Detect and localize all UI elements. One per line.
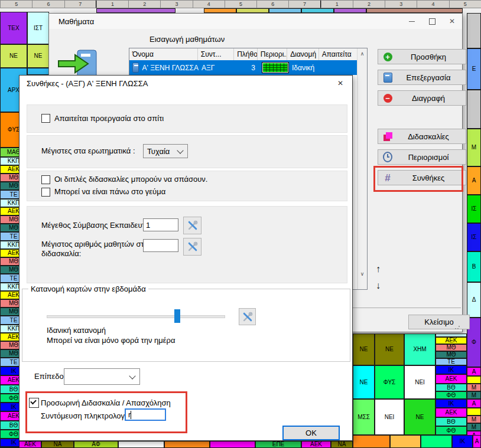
timetable-cell[interactable]: ΜΣΣ bbox=[353, 399, 375, 435]
close-window-button[interactable]: ✕ bbox=[442, 14, 462, 29]
timetable-cell[interactable] bbox=[467, 376, 481, 384]
timetable-cell[interactable]: ΑΕΚ bbox=[301, 441, 331, 448]
timetable-cell[interactable]: ΝΕ bbox=[353, 365, 375, 399]
temporary-checkbox[interactable] bbox=[29, 398, 39, 408]
scroll-down-icon[interactable]: ∨ bbox=[358, 269, 367, 279]
scroll-up-icon[interactable]: ∧ bbox=[358, 48, 367, 58]
timetable-cell[interactable]: ΦΥΣ bbox=[375, 365, 404, 399]
column-header[interactable]: Συντ... bbox=[198, 48, 234, 60]
column-header[interactable]: Πλήθος bbox=[234, 48, 258, 60]
minimize-button[interactable] bbox=[402, 14, 422, 29]
column-header[interactable]: Περιορι... bbox=[258, 48, 287, 60]
edit-lesson-button[interactable]: Επεξεργασία bbox=[378, 70, 466, 85]
timetable-cell[interactable]: ΑΦ bbox=[74, 441, 118, 448]
timetable-cell[interactable] bbox=[353, 435, 390, 448]
timetable-cell[interactable]: ΦΘ bbox=[436, 426, 467, 435]
timetable-cell[interactable]: Α bbox=[467, 367, 481, 376]
timetable-cell[interactable]: ΝΕΙ bbox=[375, 399, 404, 435]
timetable-cell[interactable]: ΝΕ bbox=[375, 333, 404, 365]
timetable-cell[interactable]: ΧΗΜ bbox=[404, 333, 436, 365]
move-up-button[interactable]: ↑ bbox=[376, 264, 381, 274]
timetable-cell[interactable]: ΒΘ bbox=[436, 384, 467, 391]
timetable-cell[interactable]: ΝΕΙ bbox=[404, 365, 436, 399]
column-header[interactable]: Διανομή bbox=[287, 48, 318, 60]
timetable-cell[interactable]: Α bbox=[467, 399, 481, 408]
timetable-cell[interactable] bbox=[390, 435, 421, 448]
timetable-cell[interactable]: ΑΕΚ bbox=[436, 408, 467, 417]
delete-lesson-button[interactable]: − Διαγραφή bbox=[378, 90, 466, 106]
move-down-button[interactable]: ↓ bbox=[376, 280, 381, 291]
timetable-cell[interactable]: ΑΕΚ bbox=[436, 337, 467, 344]
timetable-cell[interactable] bbox=[204, 8, 236, 13]
timetable-cell[interactable]: Β bbox=[467, 251, 481, 282]
close-dialog-button[interactable]: ✕ bbox=[329, 76, 352, 91]
list-scrollbar[interactable]: ∧ ∨ bbox=[357, 48, 367, 289]
timetable-cell[interactable]: Α bbox=[467, 166, 481, 195]
timetable-cell[interactable] bbox=[366, 8, 463, 13]
timetable-cell[interactable]: ΙΣΤ bbox=[27, 12, 49, 44]
timetable-cell[interactable]: Μ bbox=[467, 384, 481, 391]
timetable-cell[interactable] bbox=[301, 8, 334, 13]
timetable-cell[interactable]: ΑΕΚ bbox=[19, 441, 41, 448]
max-questions-dropdown[interactable]: Τυχαία bbox=[143, 144, 188, 158]
timetable-cell[interactable]: Α bbox=[473, 435, 481, 448]
ok-button[interactable]: OK bbox=[282, 426, 340, 440]
double-break-checkbox[interactable] bbox=[41, 175, 50, 184]
timetable-cell[interactable] bbox=[467, 13, 481, 48]
level-dropdown[interactable] bbox=[64, 368, 140, 385]
timetable-cell[interactable]: ΙΚ bbox=[436, 365, 467, 374]
timetable-cell[interactable]: ΒΘ bbox=[436, 417, 467, 426]
timetable-cell[interactable] bbox=[269, 8, 301, 13]
timetable-cell[interactable] bbox=[467, 408, 481, 416]
timetable-cell[interactable] bbox=[210, 441, 255, 448]
timetable-cell[interactable]: Ε bbox=[467, 48, 481, 90]
timetable-cell[interactable]: ΙΚ bbox=[436, 399, 467, 408]
timetable-cell[interactable]: ΦΘ bbox=[436, 391, 467, 399]
maximize-button[interactable] bbox=[422, 14, 442, 29]
timetable-cell[interactable]: Δ bbox=[467, 282, 481, 318]
timetable-cell[interactable]: ΤΕ bbox=[436, 358, 467, 365]
timetable-cell[interactable] bbox=[118, 441, 164, 448]
close-lessons-button[interactable]: Κλείσιμο bbox=[408, 315, 470, 329]
resize-grip[interactable] bbox=[454, 324, 460, 330]
distribution-tools-button[interactable] bbox=[239, 308, 256, 325]
timetable-cell[interactable]: ΙΚ bbox=[452, 435, 473, 448]
timetable-cell[interactable] bbox=[164, 441, 210, 448]
distribution-slider-thumb[interactable] bbox=[174, 309, 180, 323]
timetable-cell[interactable]: ΝΑ bbox=[331, 441, 353, 448]
timetable-cell[interactable] bbox=[236, 8, 269, 13]
contract-size-input[interactable] bbox=[143, 218, 178, 231]
over-lunch-checkbox[interactable] bbox=[41, 188, 50, 197]
timetable-cell[interactable]: ΑΕΚ bbox=[436, 374, 467, 384]
restrictions-button[interactable]: Περιορισμοί bbox=[378, 149, 466, 165]
teachings-button[interactable]: Διδασκαλίες bbox=[378, 129, 466, 144]
contract-size-tools-button[interactable] bbox=[183, 217, 202, 234]
lesson-row-selected[interactable]: Α' ΞΕΝΗ ΓΛΩΣΣΑ ΑΞΓ 3 Ιδανική bbox=[129, 60, 358, 75]
timetable-cell[interactable]: ΙΣ bbox=[467, 223, 481, 251]
distribution-slider-track[interactable] bbox=[47, 315, 225, 318]
timetable-cell[interactable] bbox=[96, 8, 176, 13]
timetable-cell[interactable]: ΝΕ bbox=[353, 333, 375, 365]
column-header[interactable]: Όνομα bbox=[129, 48, 198, 60]
timetable-cell[interactable]: ΝΕ bbox=[0, 44, 27, 68]
timetable-cell[interactable]: ΙΣ bbox=[467, 195, 481, 223]
max-students-tools-button[interactable] bbox=[183, 238, 202, 256]
timetable-cell[interactable]: Μ bbox=[467, 423, 481, 431]
homework-checkbox[interactable] bbox=[41, 114, 50, 123]
timetable-cell[interactable]: ΝΑ bbox=[41, 441, 74, 448]
timetable-cell[interactable] bbox=[334, 8, 366, 13]
timetable-cell[interactable]: ΕΠΕ bbox=[255, 441, 301, 448]
timetable-cell[interactable] bbox=[467, 90, 481, 129]
timetable-cell[interactable]: ΝΕ bbox=[404, 399, 436, 435]
timetable-cell[interactable]: ΜΘ bbox=[436, 344, 467, 351]
conditions-button[interactable]: # Συνθήκες bbox=[378, 170, 466, 185]
timetable-cell[interactable] bbox=[421, 435, 452, 448]
timetable-cell[interactable]: Μ bbox=[467, 416, 481, 423]
lessons-titlebar[interactable]: Μαθήματα ✕ bbox=[49, 14, 462, 29]
shortcut-input[interactable]: r bbox=[125, 408, 166, 421]
timetable-cell[interactable]: Μ bbox=[467, 391, 481, 399]
add-lesson-button[interactable]: + Προσθήκη bbox=[378, 49, 466, 64]
timetable-cell[interactable]: ΜΘ bbox=[436, 351, 467, 358]
timetable-cell[interactable]: ΝΕ bbox=[27, 44, 49, 68]
timetable-cell[interactable]: Μ bbox=[467, 129, 481, 166]
